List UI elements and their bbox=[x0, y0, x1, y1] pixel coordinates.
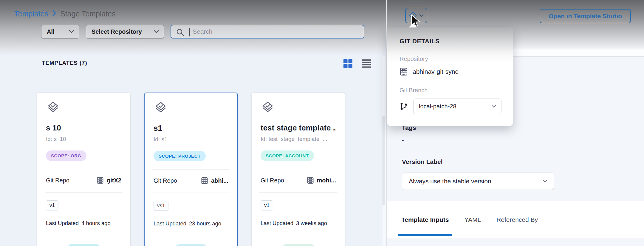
last-updated-row: Last Updated 3 weeks ago bbox=[261, 220, 336, 227]
version-select-value: Always use the stable version bbox=[409, 178, 491, 185]
template-card[interactable]: test stage template ... Id: test_stage_t… bbox=[251, 93, 345, 246]
tab-referenced-by[interactable]: Referenced By bbox=[493, 201, 541, 239]
repository-row: abhinav-git-sync bbox=[400, 67, 502, 76]
git-repo-value: gitX2 bbox=[107, 177, 121, 184]
breadcrumb-chevron-icon bbox=[52, 10, 57, 18]
repo-icon bbox=[307, 176, 314, 184]
tab-yaml[interactable]: YAML bbox=[461, 201, 484, 239]
git-details-popover: GIT DETAILS Repository abhinav-git-sync … bbox=[387, 27, 513, 126]
card-divider bbox=[152, 193, 230, 193]
repository-filter-dropdown[interactable]: Select Repository bbox=[86, 25, 164, 39]
last-updated-label: Last Updated bbox=[261, 220, 293, 227]
card-divider bbox=[45, 169, 123, 169]
template-card-grid: s 10 Id: s_10 SCOPE: ORG Git Repo gitX2 … bbox=[37, 93, 345, 246]
details-tabs: Template Inputs YAML Referenced By bbox=[387, 201, 644, 239]
git-repo-value: mohi... bbox=[317, 177, 336, 184]
breadcrumb: Templates Stage Templates bbox=[14, 10, 116, 18]
git-branch-label: Git Branch bbox=[400, 87, 502, 94]
git-repo-label: Git Repo bbox=[154, 177, 177, 184]
template-card[interactable]: s 10 Id: s_10 SCOPE: ORG Git Repo gitX2 … bbox=[37, 93, 131, 246]
git-repo-row: Git Repo abhi... bbox=[154, 177, 228, 184]
templates-list-panel: Templates Stage Templates All Select Rep… bbox=[0, 0, 386, 246]
git-details-button[interactable] bbox=[405, 8, 427, 23]
chevron-down-icon bbox=[69, 30, 74, 33]
search-box bbox=[171, 25, 364, 39]
grid-icon bbox=[343, 59, 353, 69]
card-title: test stage template ... bbox=[261, 123, 336, 133]
git-repo-row: Git Repo mohi... bbox=[261, 176, 336, 184]
grid-view-button[interactable] bbox=[342, 58, 354, 69]
list-icon bbox=[361, 59, 371, 68]
card-divider bbox=[45, 192, 123, 193]
active-tab-underline bbox=[398, 234, 452, 236]
tags-value: - bbox=[402, 137, 404, 144]
stable-version-pill bbox=[174, 244, 208, 246]
scope-badge: SCOPE: ACCOUNT bbox=[261, 150, 314, 161]
chevron-down-icon bbox=[419, 14, 424, 17]
templates-count: TEMPLATES (7) bbox=[42, 60, 87, 66]
branch-select-value: local-patch-28 bbox=[419, 103, 456, 110]
stable-version-pill bbox=[281, 244, 316, 246]
repo-icon bbox=[97, 176, 104, 184]
card-id: Id: test_stage_template_... bbox=[261, 136, 336, 142]
list-view-button[interactable] bbox=[361, 58, 372, 69]
last-updated-label: Last Updated bbox=[154, 220, 186, 227]
tab-label: Referenced By bbox=[496, 216, 538, 223]
scrollbar-thumb[interactable] bbox=[382, 116, 385, 205]
template-card-selected[interactable]: s1 Id: s1 SCOPE: PROJECT Git Repo abhi..… bbox=[144, 93, 238, 246]
type-filter-value: All bbox=[47, 28, 55, 35]
breadcrumb-current: Stage Templates bbox=[60, 10, 116, 18]
card-divider bbox=[259, 169, 337, 169]
version-chip: v1 bbox=[261, 200, 273, 210]
card-title: s1 bbox=[154, 124, 228, 133]
tab-label: YAML bbox=[464, 216, 481, 223]
branch-icon bbox=[400, 102, 408, 111]
stage-template-icon bbox=[261, 101, 275, 115]
scope-badge: SCOPE: PROJECT bbox=[154, 151, 206, 161]
chevron-down-icon bbox=[154, 30, 159, 33]
popover-title: GIT DETAILS bbox=[400, 38, 502, 45]
scope-badge: SCOPE: ORG bbox=[46, 150, 86, 161]
stage-template-icon bbox=[46, 101, 60, 115]
stable-version-pill bbox=[66, 244, 101, 246]
version-label-heading: Version Label bbox=[402, 158, 443, 165]
card-divider bbox=[152, 169, 230, 170]
stage-template-icon bbox=[154, 101, 168, 115]
git-repo-label: Git Repo bbox=[46, 177, 69, 184]
card-id: Id: s_10 bbox=[46, 136, 121, 142]
last-updated-label: Last Updated bbox=[46, 220, 79, 227]
chevron-down-icon bbox=[491, 105, 496, 108]
last-updated-row: Last Updated 23 hours ago bbox=[154, 220, 228, 227]
chevron-down-icon bbox=[542, 179, 548, 183]
search-input[interactable] bbox=[171, 25, 364, 38]
scrollbar-track[interactable] bbox=[383, 56, 386, 246]
repository-filter-value: Select Repository bbox=[92, 28, 142, 35]
git-repo-value: abhi... bbox=[211, 177, 228, 184]
last-updated-value: 3 weeks ago bbox=[296, 220, 327, 227]
git-repo-row: Git Repo gitX2 bbox=[46, 176, 121, 184]
card-id: Id: s1 bbox=[154, 136, 228, 143]
open-template-studio-button[interactable]: Open in Template Studio bbox=[540, 9, 631, 23]
last-updated-value: 23 hours ago bbox=[189, 220, 221, 227]
breadcrumb-templates-link[interactable]: Templates bbox=[14, 10, 48, 18]
card-divider bbox=[259, 192, 337, 193]
view-toggle bbox=[342, 58, 372, 69]
last-updated-value: 4 hours ago bbox=[81, 220, 111, 227]
version-chip: vs1 bbox=[154, 201, 168, 211]
type-filter-dropdown[interactable]: All bbox=[41, 25, 79, 39]
repository-label: Repository bbox=[400, 56, 502, 62]
version-select[interactable]: Always use the stable version bbox=[402, 173, 554, 190]
git-experience-icon bbox=[409, 11, 417, 20]
tab-label: Template Inputs bbox=[401, 216, 449, 223]
card-title: s 10 bbox=[46, 123, 121, 133]
version-chip: v1 bbox=[46, 200, 58, 210]
filter-bar: All Select Repository bbox=[41, 25, 364, 39]
repo-icon bbox=[400, 67, 408, 76]
last-updated-row: Last Updated 4 hours ago bbox=[46, 220, 121, 227]
repository-value: abhinav-git-sync bbox=[413, 68, 458, 75]
tab-template-inputs[interactable]: Template Inputs bbox=[398, 201, 452, 239]
repo-icon bbox=[201, 177, 208, 184]
branch-select[interactable]: local-patch-28 bbox=[413, 99, 501, 114]
git-repo-label: Git Repo bbox=[261, 177, 284, 184]
git-branch-row: local-patch-28 bbox=[400, 99, 502, 114]
